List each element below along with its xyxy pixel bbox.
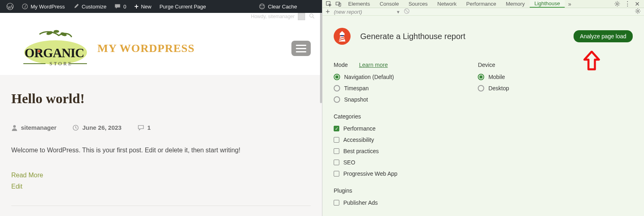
adminbar-sitename-text: My WordPress bbox=[31, 4, 65, 10]
adminbar-clearcache-text: Clear Cache bbox=[268, 4, 297, 10]
category-best-practices-label: Best practices bbox=[343, 148, 379, 154]
device-toggle-icon[interactable] bbox=[334, 0, 343, 8]
category-seo-label: SEO bbox=[343, 159, 355, 166]
howdy-text[interactable]: Howdy, sitemanager bbox=[251, 14, 295, 19]
svg-point-20 bbox=[616, 3, 618, 5]
wp-logo-menu[interactable] bbox=[2, 0, 18, 13]
post-title[interactable]: Hello world! bbox=[11, 91, 311, 106]
post-divider bbox=[11, 206, 311, 206]
mode-navigation-radio[interactable]: Navigation (Default) bbox=[334, 74, 397, 80]
comment-icon bbox=[138, 125, 144, 131]
adminbar-purge-page[interactable]: Purge Current Page bbox=[155, 0, 210, 13]
site-title[interactable]: MY WORDPRESS bbox=[97, 42, 194, 55]
tab-network[interactable]: Network bbox=[433, 0, 462, 8]
device-label: Device bbox=[478, 62, 509, 68]
clock-icon bbox=[72, 125, 79, 131]
mode-snapshot-radio[interactable]: Snapshot bbox=[334, 96, 397, 103]
dashboard-icon bbox=[22, 3, 28, 10]
inspect-icon[interactable] bbox=[324, 0, 334, 8]
tab-elements[interactable]: Elements bbox=[343, 0, 375, 8]
svg-point-22 bbox=[637, 10, 639, 12]
lighthouse-logo-icon bbox=[334, 28, 351, 45]
plugin-publisher-ads-label: Publisher Ads bbox=[343, 199, 378, 206]
search-icon[interactable] bbox=[309, 13, 315, 20]
device-mobile-radio[interactable]: Mobile bbox=[478, 74, 509, 80]
wp-scrollbar[interactable] bbox=[320, 13, 322, 103]
wp-admin-bar: My WordPress Customize 0 + New Purge Cur… bbox=[0, 0, 322, 13]
adminbar-customize-text: Customize bbox=[82, 4, 106, 10]
lighthouse-header: Generate a Lighthouse report Analyze pag… bbox=[334, 28, 633, 45]
plugin-publisher-ads-checkbox[interactable]: Publisher Ads bbox=[334, 199, 397, 206]
annotation-arrow-icon bbox=[582, 51, 601, 72]
devtools-tabbar: Elements Console Sources Network Perform… bbox=[322, 0, 644, 8]
wp-admin-bar-secondary: Howdy, sitemanager bbox=[0, 13, 322, 20]
tab-lighthouse[interactable]: Lighthouse bbox=[530, 0, 565, 8]
read-more-link[interactable]: Read More bbox=[11, 172, 311, 179]
tab-console[interactable]: Console bbox=[375, 0, 404, 8]
svg-text:STORE: STORE bbox=[50, 61, 73, 66]
panel-settings-icon[interactable] bbox=[635, 8, 641, 15]
new-report-button[interactable]: + bbox=[326, 8, 330, 15]
menu-toggle-button[interactable] bbox=[291, 41, 311, 56]
device-desktop-label: Desktop bbox=[488, 85, 509, 91]
post-comments[interactable]: 1 bbox=[138, 124, 151, 131]
adminbar-purge-text: Purge Current Page bbox=[159, 4, 206, 10]
svg-point-5 bbox=[310, 14, 313, 17]
close-icon[interactable]: ✕ bbox=[635, 0, 640, 8]
more-tabs-icon[interactable]: » bbox=[565, 0, 574, 8]
adminbar-new-text: New bbox=[141, 4, 151, 10]
adminbar-customize[interactable]: Customize bbox=[69, 0, 110, 13]
category-performance-checkbox[interactable]: Performance bbox=[334, 125, 397, 132]
svg-point-4 bbox=[262, 5, 264, 6]
adminbar-clear-cache[interactable]: Clear Cache bbox=[254, 0, 301, 13]
organic-store-logo[interactable]: ORGANIC STORE bbox=[11, 28, 88, 69]
post-date-text: June 26, 2023 bbox=[82, 124, 122, 131]
learn-more-link[interactable]: Learn more bbox=[359, 62, 388, 68]
analyze-page-load-button[interactable]: Analyze page load bbox=[574, 30, 633, 42]
adminbar-comments[interactable]: 0 bbox=[110, 0, 130, 13]
device-desktop-radio[interactable]: Desktop bbox=[478, 85, 509, 91]
site-header: ORGANIC STORE MY WORDPRESS bbox=[0, 20, 322, 75]
kebab-menu-icon[interactable]: ⋮ bbox=[624, 0, 631, 8]
settings-icon[interactable] bbox=[614, 1, 620, 7]
lighthouse-panel: Generate a Lighthouse report Analyze pag… bbox=[322, 16, 644, 216]
adminbar-comment-count: 0 bbox=[123, 4, 126, 10]
svg-rect-19 bbox=[339, 3, 341, 6]
mode-timespan-radio[interactable]: Timespan bbox=[334, 85, 397, 91]
user-icon bbox=[11, 125, 18, 131]
avatar[interactable] bbox=[298, 13, 305, 20]
cache-icon bbox=[258, 3, 266, 10]
post-date[interactable]: June 26, 2023 bbox=[72, 124, 122, 131]
tab-memory[interactable]: Memory bbox=[501, 0, 530, 8]
category-best-practices-checkbox[interactable]: Best practices bbox=[334, 148, 397, 154]
report-dropdown[interactable]: (new report) bbox=[334, 9, 400, 15]
svg-point-3 bbox=[260, 5, 262, 6]
plus-icon: + bbox=[134, 2, 139, 11]
clear-icon[interactable] bbox=[404, 8, 410, 15]
category-pwa-checkbox[interactable]: Progressive Web App bbox=[334, 170, 397, 177]
post-meta: sitemanager June 26, 2023 1 bbox=[11, 124, 311, 131]
mode-section: Mode Learn more Navigation (Default) Tim… bbox=[334, 62, 397, 103]
mode-timespan-label: Timespan bbox=[344, 85, 369, 91]
lighthouse-toolbar: + (new report) bbox=[322, 8, 644, 16]
post-comment-count: 1 bbox=[147, 124, 151, 131]
devtools-window: Elements Console Sources Network Perform… bbox=[322, 0, 644, 216]
category-accessibility-checkbox[interactable]: Accessibility bbox=[334, 137, 397, 143]
svg-point-11 bbox=[38, 50, 40, 52]
tab-performance[interactable]: Performance bbox=[461, 0, 501, 8]
tab-sources[interactable]: Sources bbox=[404, 0, 433, 8]
plugins-label: Plugins bbox=[334, 187, 397, 194]
brush-icon bbox=[73, 3, 79, 10]
edit-link[interactable]: Edit bbox=[11, 183, 311, 190]
category-pwa-label: Progressive Web App bbox=[343, 170, 397, 177]
svg-point-15 bbox=[13, 125, 16, 127]
category-seo-checkbox[interactable]: SEO bbox=[334, 159, 397, 166]
adminbar-sitename[interactable]: My WordPress bbox=[18, 0, 69, 13]
branding: ORGANIC STORE MY WORDPRESS bbox=[11, 28, 194, 69]
adminbar-new[interactable]: + New bbox=[130, 0, 156, 13]
category-performance-label: Performance bbox=[343, 125, 376, 132]
report-dropdown-label: (new report) bbox=[334, 9, 362, 15]
post-author[interactable]: sitemanager bbox=[11, 124, 56, 131]
device-section: Device Mobile Desktop bbox=[478, 62, 509, 91]
lighthouse-title: Generate a Lighthouse report bbox=[360, 32, 564, 41]
